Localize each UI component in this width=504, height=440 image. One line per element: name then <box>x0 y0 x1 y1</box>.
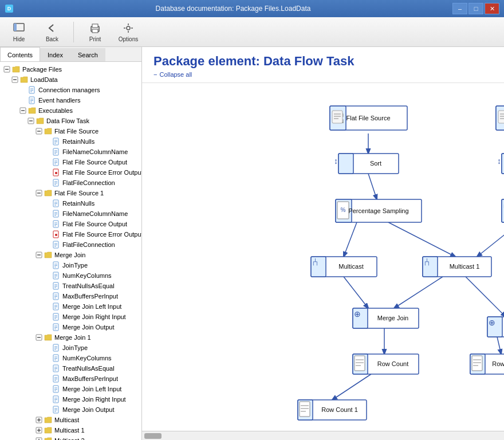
tab-search[interactable]: Search <box>70 48 105 61</box>
sidebar-item-label-load-data: LoadData <box>30 76 58 83</box>
svg-line-196 <box>394 277 443 308</box>
sidebar-item-max-buf1[interactable]: MaxBuffersPerInput <box>0 374 141 384</box>
sidebar-item-merge-join1[interactable]: Merge Join 1 <box>0 332 141 343</box>
svg-point-43 <box>55 172 57 174</box>
sidebar-item-merge-join[interactable]: Merge Join <box>0 250 141 260</box>
sidebar-item-mj-right1[interactable]: Merge Join Right Input <box>0 394 141 404</box>
node-multicast1[interactable]: ⑃ Multicast 1 <box>423 256 491 277</box>
sidebar-item-label-treat-null: TreatNullsAsEqual <box>62 282 115 289</box>
sidebar-item-label-flat-file-err: Flat File Source Error Output <box>62 169 141 176</box>
sidebar-item-label-conn-mgr: Connection managers <box>38 87 100 93</box>
svg-rect-205 <box>332 111 342 123</box>
sidebar-item-multicast2[interactable]: Multicast 2 <box>0 435 141 440</box>
node-row-count2[interactable]: Row Count 2 <box>470 354 504 374</box>
svg-text:⊕: ⊕ <box>489 318 495 327</box>
sidebar-item-num-key-col1[interactable]: NumKeyColumns <box>0 353 141 363</box>
svg-text:Merge Join: Merge Join <box>377 315 408 321</box>
h-scrollbar[interactable] <box>142 431 504 440</box>
sidebar-item-flat-file-src1[interactable]: Flat File Source 1 <box>0 188 141 198</box>
sidebar-item-flat-conn[interactable]: FlatFileConnection <box>0 178 141 188</box>
sidebar-item-label-event-hdl: Event handlers <box>38 97 80 104</box>
svg-line-194 <box>477 222 504 257</box>
collapse-all-label: Collapse all <box>159 71 192 78</box>
sidebar-item-label-max-buf1: MaxBuffersPerInput <box>62 375 118 382</box>
collapse-all-link[interactable]: − Collapse all <box>153 69 493 80</box>
sidebar-item-join-type[interactable]: JoinType <box>0 260 141 270</box>
sidebar-item-event-hdl[interactable]: Event handlers <box>0 95 141 105</box>
sidebar-item-flat-file-err[interactable]: Flat File Source Error Output <box>0 167 141 178</box>
hide-button[interactable]: Hide <box>5 19 33 45</box>
toolbar: Hide Back Print <box>0 17 504 47</box>
toolbar-separator <box>73 22 74 42</box>
sidebar-item-label-mj-right1: Merge Join Right Input <box>62 396 126 403</box>
print-label: Print <box>89 36 101 42</box>
sidebar-item-max-buf[interactable]: MaxBuffersPerInput <box>0 291 141 301</box>
sidebar-item-multicast[interactable]: Multicast <box>0 415 141 425</box>
sidebar-item-treat-null[interactable]: TreatNullsAsEqual <box>0 281 141 291</box>
sidebar-item-mj-right[interactable]: Merge Join Right Input <box>0 312 141 322</box>
minimize-button[interactable]: – <box>452 3 467 14</box>
svg-text:↕: ↕ <box>497 156 501 166</box>
sidebar-item-label-num-key-col: NumKeyColumns <box>62 272 112 279</box>
svg-point-63 <box>55 234 57 236</box>
sidebar-item-executables[interactable]: Executables <box>0 105 141 116</box>
sidebar-item-mj-out1[interactable]: Merge Join Output <box>0 404 141 415</box>
sidebar-item-flat-file-src[interactable]: Flat File Source <box>0 126 141 136</box>
print-button[interactable]: Print <box>81 19 109 45</box>
sidebar-tree: Package FilesLoadDataConnection managers… <box>0 62 141 440</box>
svg-text:Row Count: Row Count <box>377 360 408 367</box>
sidebar-item-label-join-type1: JoinType <box>62 344 88 351</box>
tab-contents[interactable]: Contents <box>0 47 40 61</box>
sidebar-item-treat-null1[interactable]: TreatNullsAsEqual <box>0 363 141 374</box>
svg-rect-6 <box>92 24 98 28</box>
tab-index[interactable]: Index <box>40 48 70 61</box>
title-bar-left: D <box>5 4 14 13</box>
content-area: Package element: Data Flow Task − Collap… <box>142 47 504 440</box>
sidebar-item-mj-left1[interactable]: Merge Join Left Input <box>0 384 141 394</box>
diagram-area[interactable]: Flat File Source Flat File Source 1 <box>142 83 504 431</box>
sidebar-item-load-data[interactable]: LoadData <box>0 74 141 85</box>
sidebar-item-pkg-files[interactable]: Package Files <box>0 64 141 74</box>
maximize-button[interactable]: □ <box>468 3 483 14</box>
back-button[interactable]: Back <box>38 19 66 45</box>
sidebar-item-file-name-col[interactable]: FileNameColumnName <box>0 147 141 157</box>
sidebar-item-join-type1[interactable]: JoinType <box>0 343 141 353</box>
sidebar-item-dft[interactable]: Data Flow Task <box>0 116 141 126</box>
options-button[interactable]: Options <box>114 19 143 45</box>
node-sort[interactable]: ↕ Sort <box>334 154 399 174</box>
sidebar-item-flat-conn1[interactable]: FlatFileConnection <box>0 239 141 250</box>
sidebar-item-label-num-key-col1: NumKeyColumns <box>62 355 112 362</box>
node-multicast[interactable]: ⑃ Multicast <box>311 256 377 277</box>
sidebar-item-retain-nulls1[interactable]: RetainNulls <box>0 198 141 209</box>
sidebar-item-mj-left[interactable]: Merge Join Left Input <box>0 301 141 312</box>
node-merge-join[interactable]: ⊕ Merge Join <box>353 308 419 328</box>
sidebar-item-num-key-col[interactable]: NumKeyColumns <box>0 270 141 281</box>
svg-text:%: % <box>341 207 346 213</box>
svg-line-192 <box>344 222 357 257</box>
sidebar-item-label-flat-file-out: Flat File Source Output <box>62 159 127 166</box>
node-sort1[interactable]: ↕ Sort 1 <box>497 154 504 174</box>
node-merge-join1[interactable]: ⊕ Merge Join 1 <box>487 317 504 337</box>
sidebar-item-file-name-col1[interactable]: FileNameColumnName <box>0 209 141 219</box>
sidebar-item-multicast1[interactable]: Multicast 1 <box>0 425 141 435</box>
sidebar-item-flat-file-out1[interactable]: Flat File Source Output <box>0 219 141 229</box>
svg-text:⊕: ⊕ <box>354 309 361 319</box>
sidebar-item-retain-nulls[interactable]: RetainNulls <box>0 136 141 147</box>
node-flat-file-src1[interactable]: Flat File Source 1 <box>496 106 504 130</box>
sidebar-item-label-flat-conn1: FlatFileConnection <box>62 241 115 248</box>
sidebar-item-conn-mgr[interactable]: Connection managers <box>0 85 141 95</box>
sidebar-item-label-mj-right: Merge Join Right Input <box>62 313 126 320</box>
svg-rect-212 <box>498 111 504 123</box>
options-icon <box>121 21 135 35</box>
node-flat-file-src[interactable]: Flat File Source <box>330 106 407 130</box>
node-row-count1[interactable]: Row Count 1 <box>298 400 367 420</box>
node-multicast2[interactable]: ⑃ Multicast 2 <box>502 199 504 222</box>
close-button[interactable]: ✕ <box>485 3 499 14</box>
sidebar-item-mj-out[interactable]: Merge Join Output <box>0 322 141 332</box>
sidebar-item-label-mj-out1: Merge Join Output <box>62 406 115 413</box>
node-row-count[interactable]: Row Count <box>353 354 419 374</box>
collapse-icon: − <box>153 71 157 78</box>
node-pct-sampling[interactable]: % Percentage Sampling <box>336 199 422 222</box>
sidebar-item-flat-file-out[interactable]: Flat File Source Output <box>0 157 141 167</box>
sidebar-item-flat-file-err1[interactable]: Flat File Source Error Output <box>0 229 141 239</box>
